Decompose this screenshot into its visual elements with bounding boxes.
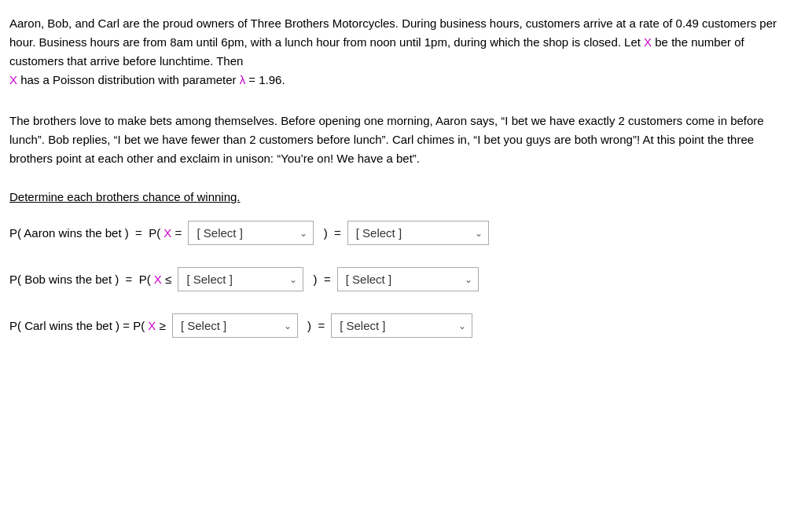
paragraph-1: Aaron, Bob, and Carl are the proud owner…	[9, 14, 798, 90]
bob-select1-wrapper[interactable]: [ Select ] 0 1 2 3 4 ⌄	[178, 267, 303, 291]
aaron-select2-wrapper[interactable]: [ Select ] 0.1069 0.1393 0.2674 0.2858 0…	[347, 221, 489, 245]
bob-select1[interactable]: [ Select ] 0 1 2 3 4	[178, 267, 303, 291]
bob-x: X	[154, 273, 162, 286]
aaron-label: P( Aaron wins the bet ) = P( X =	[9, 226, 185, 240]
carl-label: P( Carl wins the bet ) = P( X ≥	[9, 319, 169, 332]
carl-select2-wrapper[interactable]: [ Select ] 0.1069 0.1393 0.2674 0.2858 0…	[331, 313, 472, 338]
bob-label: P( Bob wins the bet ) = P( X ≤	[9, 273, 175, 286]
aaron-paren-equals: ) =	[320, 226, 340, 240]
aaron-select2[interactable]: [ Select ] 0.1069 0.1393 0.2674 0.2858 0…	[347, 221, 489, 245]
aaron-bet-row: P( Aaron wins the bet ) = P( X = [ Selec…	[9, 221, 798, 245]
bob-bet-row: P( Bob wins the bet ) = P( X ≤ [ Select …	[9, 267, 798, 291]
p1-x2-variable: X	[9, 73, 17, 86]
carl-select2[interactable]: [ Select ] 0.1069 0.1393 0.2674 0.2858 0…	[331, 313, 472, 338]
carl-paren-equals: ) =	[304, 319, 325, 332]
p1-x-variable: X	[644, 35, 652, 49]
carl-bet-row: P( Carl wins the bet ) = P( X ≥ [ Select…	[9, 313, 798, 338]
bob-select2[interactable]: [ Select ] 0.1069 0.1393 0.2674 0.2858 0…	[337, 267, 479, 291]
section-title: Determine each brothers chance of winnin…	[9, 190, 798, 203]
p2-text: The brothers love to make bets among the…	[9, 114, 764, 165]
aaron-x: X	[164, 226, 171, 240]
aaron-select1-wrapper[interactable]: [ Select ] 0 1 2 3 4 ⌄	[188, 221, 314, 245]
carl-select1[interactable]: [ Select ] 0 1 2 3 4	[172, 313, 298, 338]
paragraph-2: The brothers love to make bets among the…	[9, 112, 798, 168]
bob-select2-wrapper[interactable]: [ Select ] 0.1069 0.1393 0.2674 0.2858 0…	[337, 267, 479, 291]
bob-paren-equals: ) =	[310, 273, 330, 286]
carl-x: X	[148, 319, 156, 332]
p1-value: = 1.96.	[245, 73, 285, 86]
carl-select1-wrapper[interactable]: [ Select ] 0 1 2 3 4 ⌄	[172, 313, 298, 338]
p1-text-end: has a Poisson distribution with paramete…	[17, 73, 240, 86]
aaron-select1[interactable]: [ Select ] 0 1 2 3 4	[188, 221, 314, 245]
